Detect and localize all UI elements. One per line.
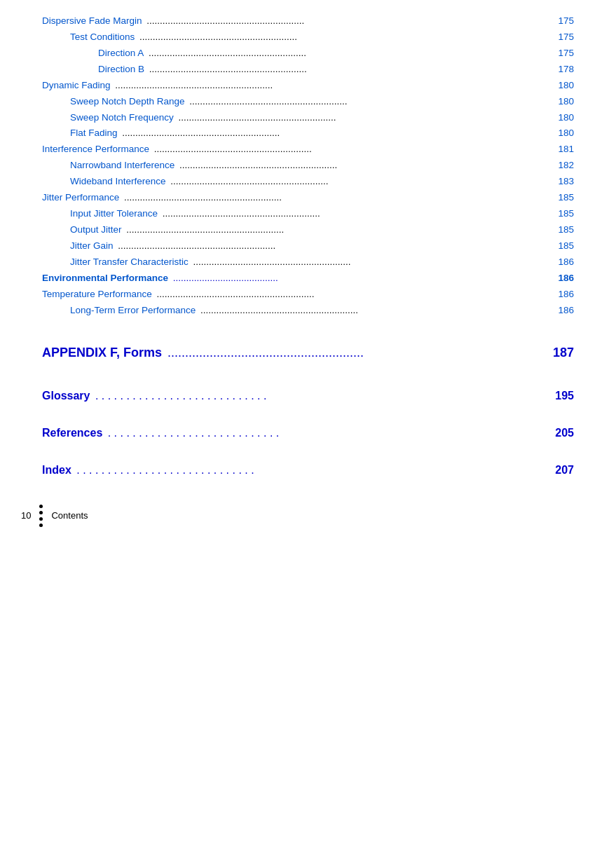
- toc-page-environmental-performance: 186: [553, 271, 574, 286]
- toc-page-references: 205: [553, 425, 574, 442]
- toc-entry-jitter-performance: Jitter Performance .....................…: [42, 191, 574, 205]
- footer-page-number: 10: [21, 510, 31, 521]
- toc-page-direction-a: 175: [553, 46, 574, 61]
- toc-entry-interference-performance: Interference Performance ...............…: [42, 142, 574, 157]
- toc-dots-environmental-performance: ........................................: [170, 271, 551, 286]
- footer-dot-3: [39, 517, 43, 521]
- toc-dots-appendix-f: ........................................…: [164, 343, 551, 363]
- toc-page-temperature-performance: 186: [553, 287, 574, 302]
- toc-label-output-jitter: Output Jitter: [70, 223, 122, 238]
- toc-page-sweep-notch-depth: 180: [553, 95, 574, 109]
- toc-dots-jitter-gain: ........................................…: [116, 239, 551, 254]
- toc-label-direction-a: Direction A: [98, 46, 144, 61]
- toc-label-direction-b: Direction B: [98, 62, 144, 77]
- toc-page-test-conditions: 175: [553, 30, 574, 45]
- toc-page-dynamic-fading: 180: [553, 78, 574, 93]
- toc-label-environmental-performance: Environmental Performance: [42, 271, 168, 286]
- toc-dots-narrowband-interference: ........................................…: [177, 158, 551, 173]
- toc-section-after: Temperature Performance ................…: [42, 287, 574, 318]
- toc-page-flat-fading: 180: [553, 126, 574, 141]
- toc-dots-flat-fading: ........................................…: [120, 126, 551, 141]
- toc-section-before: Dispersive Fade Margin .................…: [42, 14, 574, 270]
- toc-dots-wideband-interference: ........................................…: [168, 175, 551, 189]
- page: Dispersive Fade Margin .................…: [0, 0, 616, 541]
- toc-label-index: Index: [42, 462, 71, 479]
- toc-page-long-term-error: 186: [553, 303, 574, 318]
- footer-dots: [39, 505, 43, 527]
- toc-dots-direction-a: ........................................…: [146, 46, 551, 61]
- toc-page-narrowband-interference: 182: [553, 158, 574, 173]
- toc-page-input-jitter-tolerance: 185: [553, 207, 574, 221]
- toc-page-jitter-performance: 185: [553, 191, 574, 205]
- toc-label-interference-performance: Interference Performance: [42, 142, 149, 157]
- toc-label-glossary: Glossary: [42, 388, 90, 405]
- footer-dot-1: [39, 505, 43, 508]
- toc-entry-dispersive-fade-margin: Dispersive Fade Margin .................…: [42, 14, 574, 29]
- toc-page-glossary: 195: [553, 388, 574, 405]
- toc-entry-glossary: Glossary . . . . . . . . . . . . . . . .…: [42, 388, 574, 405]
- toc-page-index: 207: [553, 462, 574, 479]
- toc-entry-index: Index . . . . . . . . . . . . . . . . . …: [42, 462, 574, 479]
- toc-label-flat-fading: Flat Fading: [70, 126, 118, 141]
- toc-label-input-jitter-tolerance: Input Jitter Tolerance: [70, 207, 158, 221]
- toc-page-wideband-interference: 183: [553, 175, 574, 189]
- toc-label-temperature-performance: Temperature Performance: [42, 287, 152, 302]
- toc-entry-temperature-performance: Temperature Performance ................…: [42, 287, 574, 302]
- toc-dots-test-conditions: ........................................…: [137, 30, 551, 45]
- toc-entry-dynamic-fading: Dynamic Fading .........................…: [42, 78, 574, 93]
- toc-page-dispersive-fade-margin: 175: [553, 14, 574, 29]
- toc-label-jitter-transfer: Jitter Transfer Characteristic: [70, 255, 189, 270]
- toc-label-wideband-interference: Wideband Interference: [70, 175, 166, 189]
- toc-dots-input-jitter-tolerance: ........................................…: [160, 207, 551, 221]
- toc-dots-references: . . . . . . . . . . . . . . . . . . . . …: [104, 425, 551, 442]
- toc-entry-input-jitter-tolerance: Input Jitter Tolerance .................…: [42, 207, 574, 221]
- toc-dots-long-term-error: ........................................…: [198, 303, 551, 318]
- toc-dots-sweep-notch-depth: ........................................…: [187, 95, 551, 109]
- footer: 10 Contents: [0, 505, 616, 527]
- toc-label-narrowband-interference: Narrowband Interference: [70, 158, 174, 173]
- toc-label-sweep-notch-frequency: Sweep Notch Frequency: [70, 111, 174, 125]
- toc-entry-jitter-gain: Jitter Gain ............................…: [42, 239, 574, 254]
- toc-label-sweep-notch-depth: Sweep Notch Depth Range: [70, 95, 185, 109]
- toc-page-appendix-f: 187: [553, 343, 574, 363]
- toc-page-sweep-notch-frequency: 180: [553, 111, 574, 125]
- toc-page-jitter-gain: 185: [553, 239, 574, 254]
- toc-page-direction-b: 178: [553, 62, 574, 77]
- toc-entry-flat-fading: Flat Fading ............................…: [42, 126, 574, 141]
- toc-entry-jitter-transfer: Jitter Transfer Characteristic .........…: [42, 255, 574, 270]
- footer-label: Contents: [51, 510, 88, 521]
- toc-entry-wideband-interference: Wideband Interference ..................…: [42, 175, 574, 189]
- toc-label-test-conditions: Test Conditions: [70, 30, 135, 45]
- toc-entry-sweep-notch-depth: Sweep Notch Depth Range ................…: [42, 95, 574, 109]
- toc-entry-direction-a: Direction A ............................…: [42, 46, 574, 61]
- toc-label-jitter-performance: Jitter Performance: [42, 191, 119, 205]
- toc-dots-index: . . . . . . . . . . . . . . . . . . . . …: [74, 462, 551, 479]
- toc-dots-interference-performance: ........................................…: [151, 142, 551, 157]
- toc-entry-appendix-f: APPENDIX F, Forms ......................…: [42, 343, 574, 363]
- footer-dot-4: [39, 524, 43, 527]
- toc-dots-output-jitter: ........................................…: [124, 223, 551, 238]
- toc-entry-sweep-notch-frequency: Sweep Notch Frequency ..................…: [42, 111, 574, 125]
- toc-dots-sweep-notch-frequency: ........................................…: [176, 111, 551, 125]
- toc-label-references: References: [42, 425, 102, 442]
- toc-label-dispersive-fade-margin: Dispersive Fade Margin: [42, 14, 142, 29]
- toc-dots-dynamic-fading: ........................................…: [113, 78, 551, 93]
- toc-dots-jitter-transfer: ........................................…: [191, 255, 551, 270]
- toc-label-appendix-f: APPENDIX F, Forms: [42, 343, 162, 363]
- toc-label-dynamic-fading: Dynamic Fading: [42, 78, 111, 93]
- toc-dots-glossary: . . . . . . . . . . . . . . . . . . . . …: [92, 388, 551, 405]
- toc-page-output-jitter: 185: [553, 223, 574, 238]
- toc-page-jitter-transfer: 186: [553, 255, 574, 270]
- toc-entry-test-conditions: Test Conditions ........................…: [42, 30, 574, 45]
- toc-label-long-term-error: Long-Term Error Performance: [70, 303, 196, 318]
- toc-dots-temperature-performance: ........................................…: [154, 287, 551, 302]
- toc-dots-jitter-performance: ........................................…: [121, 191, 551, 205]
- toc-label-jitter-gain: Jitter Gain: [70, 239, 114, 254]
- footer-dot-2: [39, 511, 43, 514]
- toc-entry-long-term-error: Long-Term Error Performance ............…: [42, 303, 574, 318]
- toc-entry-references: References . . . . . . . . . . . . . . .…: [42, 425, 574, 442]
- toc-entry-direction-b: Direction B ............................…: [42, 62, 574, 77]
- toc-entry-narrowband-interference: Narrowband Interference ................…: [42, 158, 574, 173]
- toc-dots-direction-b: ........................................…: [146, 62, 551, 77]
- toc-entry-environmental-performance: Environmental Performance ..............…: [42, 271, 574, 286]
